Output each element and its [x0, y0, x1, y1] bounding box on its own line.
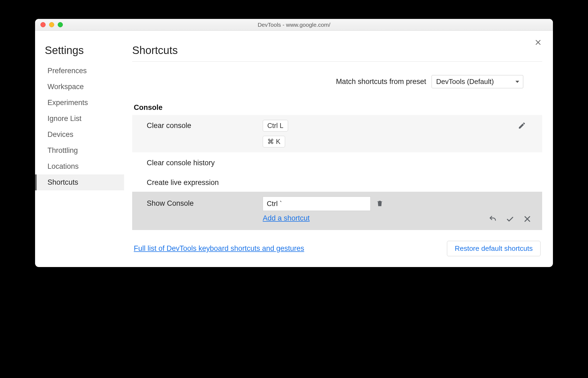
preset-label: Match shortcuts from preset [336, 77, 426, 86]
shortcut-input-row [263, 197, 384, 211]
shortcut-input[interactable] [263, 197, 371, 211]
shortcut-row-create-live-expression: Create live expression [132, 172, 542, 192]
shortcuts-footer: Full list of DevTools keyboard shortcuts… [132, 241, 542, 259]
section-console-title: Console [132, 103, 542, 112]
page-title: Shortcuts [132, 44, 542, 56]
cancel-icon[interactable] [523, 215, 531, 224]
edit-icon[interactable] [518, 122, 526, 131]
shortcut-label: Create live expression [147, 177, 263, 187]
sidebar-item-shortcuts[interactable]: Shortcuts [35, 174, 124, 190]
undo-icon[interactable] [489, 215, 497, 224]
shortcut-label: Clear console history [147, 157, 263, 167]
shortcut-keys: Ctrl L ⌘ K [263, 120, 288, 147]
preset-row: Match shortcuts from preset DevTools (De… [132, 75, 542, 88]
shortcut-row-show-console-editing: Show Console Add a shortcut [132, 192, 542, 230]
key-chip: Ctrl L [263, 120, 288, 131]
sidebar-item-devices[interactable]: Devices [35, 127, 124, 143]
sidebar-item-locations[interactable]: Locations [35, 158, 124, 174]
check-icon[interactable] [506, 215, 514, 224]
sidebar-heading: Settings [45, 44, 124, 56]
sidebar-item-throttling[interactable]: Throttling [35, 143, 124, 158]
shortcut-row-clear-history: Clear console history [132, 152, 542, 172]
close-window-button[interactable] [40, 22, 46, 27]
devtools-window: DevTools - www.google.com/ Settings Pref… [35, 19, 553, 267]
preset-selected-value: DevTools (Default) [436, 77, 494, 86]
close-icon[interactable] [535, 39, 542, 47]
window-titlebar: DevTools - www.google.com/ [35, 19, 553, 31]
shortcut-label: Show Console [147, 197, 263, 208]
settings-main: Shortcuts Match shortcuts from preset De… [124, 36, 545, 259]
window-title: DevTools - www.google.com/ [35, 22, 553, 28]
sidebar-item-preferences[interactable]: Preferences [35, 63, 124, 79]
shortcut-row-clear-console: Clear console Ctrl L ⌘ K [132, 115, 542, 152]
restore-defaults-button[interactable]: Restore default shortcuts [447, 241, 541, 256]
traffic-lights [35, 22, 63, 27]
zoom-window-button[interactable] [58, 22, 63, 27]
minimize-window-button[interactable] [49, 22, 54, 27]
sidebar-item-workspace[interactable]: Workspace [35, 79, 124, 95]
settings-content: Settings Preferences Workspace Experimen… [35, 31, 553, 267]
sidebar-item-ignore-list[interactable]: Ignore List [35, 111, 124, 127]
shortcut-label: Clear console [147, 120, 263, 130]
key-chip: ⌘ K [263, 136, 285, 147]
shortcut-edit-column: Add a shortcut [263, 197, 384, 222]
title-divider [132, 61, 542, 62]
settings-sidebar: Settings Preferences Workspace Experimen… [35, 36, 124, 259]
trash-icon[interactable] [376, 200, 384, 208]
sidebar-item-experiments[interactable]: Experiments [35, 95, 124, 111]
shortcut-edit-actions [489, 215, 531, 224]
preset-select[interactable]: DevTools (Default) [432, 75, 523, 88]
full-shortcuts-link[interactable]: Full list of DevTools keyboard shortcuts… [134, 244, 304, 253]
add-shortcut-link[interactable]: Add a shortcut [263, 214, 310, 222]
